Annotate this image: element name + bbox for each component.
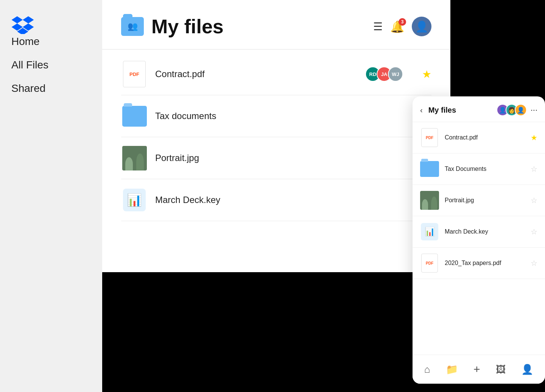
file-name: March Deck.key	[155, 195, 431, 205]
panel-file-icon: PDF	[420, 254, 439, 273]
sidebar-item-all-files[interactable]: All Files	[11, 59, 91, 71]
panel-nav-profile-icon[interactable]: 👤	[519, 362, 535, 377]
panel-title: My files	[428, 106, 497, 115]
file-icon-wrap: PDF	[121, 61, 148, 87]
photo-thumbnail	[122, 146, 147, 170]
panel-file-list: PDF Contract.pdf ★ Tax Documents ☆ Portr…	[413, 122, 545, 355]
panel-file-row[interactable]: Tax Documents ☆	[413, 153, 545, 185]
my-files-folder-icon: 👥	[121, 17, 144, 36]
panel-pdf-icon: PDF	[421, 128, 438, 147]
sidebar: Home All Files Shared	[0, 0, 102, 392]
keynote-icon: 📊	[123, 189, 146, 211]
panel-file-icon: PDF	[420, 128, 439, 147]
user-avatar-image: 👤	[415, 20, 428, 33]
star-button[interactable]: ★	[422, 68, 431, 81]
file-list: PDF Contract.pdf RD JA WJ ★ Tax document…	[121, 53, 431, 221]
dropbox-logo[interactable]	[11, 15, 91, 36]
pdf-icon: PDF	[123, 61, 146, 87]
back-button[interactable]: ‹	[420, 106, 423, 115]
file-row[interactable]: 📊 March Deck.key	[121, 179, 431, 221]
mobile-panel: ‹ My files 👤 👩 👤 ··· PDF Contract.pdf ★	[413, 96, 545, 384]
panel-file-icon	[420, 191, 439, 210]
panel-file-row[interactable]: 📊 March Deck.key ☆	[413, 216, 545, 248]
file-name: Contract.pdf	[155, 69, 365, 79]
panel-nav-files-icon[interactable]: 📁	[444, 362, 460, 377]
file-row[interactable]: PDF Contract.pdf RD JA WJ ★	[121, 53, 431, 95]
notification-button[interactable]: 🔔 3	[390, 20, 404, 33]
panel-folder-icon	[420, 161, 439, 177]
more-options-button[interactable]: ···	[531, 105, 537, 115]
panel-file-name: Portrait.jpg	[445, 197, 531, 204]
page-title: My files	[151, 15, 224, 38]
panel-pdf-icon: PDF	[421, 254, 438, 273]
panel-nav-photos-icon[interactable]: 🖼	[494, 362, 508, 377]
shared-folder-people-icon: 👥	[128, 22, 138, 31]
file-icon-wrap	[121, 103, 148, 129]
sidebar-item-shared[interactable]: Shared	[11, 82, 91, 95]
panel-star-button[interactable]: ★	[531, 133, 537, 142]
panel-nav-home-icon[interactable]: ⌂	[422, 362, 432, 377]
sidebar-item-home[interactable]: Home	[11, 36, 91, 48]
panel-star-button[interactable]: ☆	[531, 259, 537, 268]
panel-header: ‹ My files 👤 👩 👤 ···	[413, 96, 545, 122]
panel-avatars: 👤 👩 👤	[497, 104, 527, 116]
file-row[interactable]: Portrait.jpg	[121, 137, 431, 179]
user-avatar[interactable]: 👤	[412, 17, 431, 36]
main-header: 👥 My files ☰ 🔔 3 👤	[121, 15, 431, 38]
shared-avatar: WJ	[388, 67, 403, 82]
notification-badge: 3	[399, 18, 406, 26]
main-content: 👥 My files ☰ 🔔 3 👤 PDF Contract.pdf RD	[102, 0, 450, 272]
panel-star-button[interactable]: ☆	[531, 227, 537, 236]
menu-icon[interactable]: ☰	[373, 20, 383, 33]
panel-file-name: Tax Documents	[445, 166, 531, 172]
file-row[interactable]: Tax documents	[121, 95, 431, 137]
sidebar-nav: Home All Files Shared	[11, 36, 91, 106]
panel-file-row[interactable]: PDF Contract.pdf ★	[413, 122, 545, 153]
panel-file-row[interactable]: PDF 2020_Tax papers.pdf ☆	[413, 248, 545, 279]
file-shared-avatars: RD JA WJ	[365, 67, 403, 82]
panel-star-button[interactable]: ☆	[531, 196, 537, 205]
panel-photo-thumbnail	[420, 191, 439, 210]
panel-file-name: Contract.pdf	[445, 134, 531, 141]
header-divider	[102, 49, 450, 50]
panel-star-button[interactable]: ☆	[531, 164, 537, 174]
folder-icon	[122, 106, 147, 127]
panel-avatar: 👤	[515, 104, 527, 116]
panel-keynote-icon: 📊	[421, 223, 438, 240]
panel-file-icon	[420, 160, 439, 178]
panel-nav-add-icon[interactable]: +	[472, 361, 482, 378]
title-area: 👥 My files	[121, 15, 224, 38]
file-name: Tax documents	[155, 111, 431, 121]
file-icon-wrap	[121, 145, 148, 171]
panel-file-name: March Deck.key	[445, 228, 531, 235]
file-icon-wrap: 📊	[121, 187, 148, 213]
file-name: Portrait.jpg	[155, 153, 431, 163]
panel-file-icon: 📊	[420, 222, 439, 241]
panel-file-name: 2020_Tax papers.pdf	[445, 260, 531, 266]
header-actions: ☰ 🔔 3 👤	[373, 17, 431, 36]
panel-file-row[interactable]: Portrait.jpg ☆	[413, 185, 545, 216]
panel-bottom-nav: ⌂ 📁 + 🖼 👤	[413, 355, 545, 384]
